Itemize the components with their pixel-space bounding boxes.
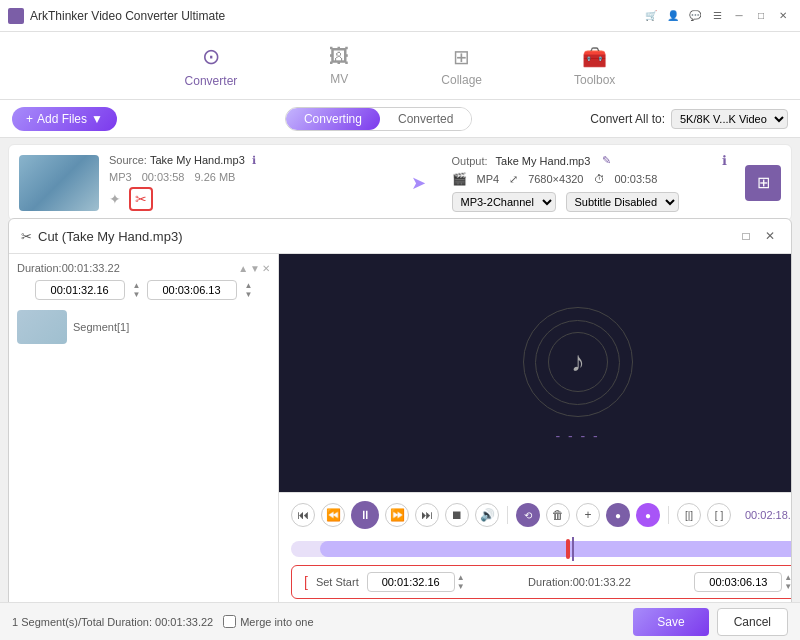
tab-converted[interactable]: Converted [380, 108, 471, 130]
timeline-pointer[interactable] [572, 537, 574, 561]
segment-loop-button[interactable]: ⟲ [516, 503, 540, 527]
skip-start-button[interactable]: ⏮ [291, 503, 315, 527]
nav-bar: ⊙ Converter 🖼 MV ⊞ Collage 🧰 Toolbox [0, 32, 800, 100]
volume-button[interactable]: 🔊 [475, 503, 499, 527]
add-segment-icon-button[interactable]: + [576, 503, 600, 527]
menu-icon[interactable]: ☰ [708, 7, 726, 25]
cancel-button[interactable]: Cancel [717, 608, 788, 636]
cut-body: Duration:00:01:33.22 ▲ ▼ ✕ 00:01:32.16 ▲… [9, 254, 791, 639]
nav-toolbox-label: Toolbox [574, 73, 615, 87]
edit-icon[interactable]: ✎ [602, 154, 611, 167]
seg-end-spin[interactable]: ▲▼ [784, 573, 791, 591]
tools-icon[interactable]: ✦ [109, 191, 121, 207]
output-row-1: Output: Take My Hand.mp3 ✎ ℹ [452, 153, 728, 168]
segment-edit-row: [ Set Start 00:01:32.16 ▲▼ Duration:00:0… [291, 565, 791, 599]
preview-tile-icon[interactable]: ⊞ [745, 165, 781, 201]
segment-start-input[interactable]: 00:01:32.16 [367, 572, 455, 592]
cart-icon[interactable]: 🛒 [642, 7, 660, 25]
timeline-row[interactable] [279, 537, 791, 561]
dialog-maximize-icon[interactable]: □ [737, 227, 755, 245]
nav-converter-label: Converter [185, 74, 238, 88]
stop-button[interactable]: ⏹ [445, 503, 469, 527]
start-time-input[interactable]: 00:01:32.16 [35, 280, 125, 300]
convert-all: Convert All to: 5K/8K V...K Video [590, 109, 788, 129]
save-button[interactable]: Save [633, 608, 708, 636]
video-area: ♪ - - - - [279, 254, 791, 492]
file-size: 9.26 MB [194, 171, 235, 183]
collage-icon: ⊞ [453, 45, 470, 69]
convert-all-select[interactable]: 5K/8K V...K Video [671, 109, 788, 129]
file-info: Source: Take My Hand.mp3 ℹ MP3 00:03:58 … [109, 154, 385, 211]
file-source-label: Source: Take My Hand.mp3 ℹ [109, 154, 385, 167]
file-meta: MP3 00:03:58 9.26 MB [109, 171, 385, 183]
converter-icon: ⊙ [202, 44, 220, 70]
segment-thumbnail [17, 310, 67, 344]
cut-icon-box[interactable]: ✂ [129, 187, 153, 211]
title-bar-left: ArkThinker Video Converter Ultimate [8, 8, 225, 24]
fast-forward-button[interactable]: ⏩ [385, 503, 409, 527]
rewind-button[interactable]: ⏪ [321, 503, 345, 527]
nav-toolbox[interactable]: 🧰 Toolbox [558, 37, 631, 95]
merge-into-one-checkbox[interactable] [223, 615, 236, 628]
toolbar: + Add Files ▼ Converting Converted Conve… [0, 100, 800, 138]
source-text: Source: [109, 154, 147, 166]
bottom-bar: 1 Segment(s)/Total Duration: 00:01:33.22… [0, 602, 800, 640]
add-files-button[interactable]: + Add Files ▼ [12, 107, 117, 131]
collapse-up-icon[interactable]: ▲ [238, 263, 248, 274]
dialog-close-icon[interactable]: ✕ [761, 227, 779, 245]
nav-mv[interactable]: 🖼 MV [313, 37, 365, 94]
file-actions: ✦ ✂ [109, 187, 385, 211]
tab-converting[interactable]: Converting [286, 108, 380, 130]
play-pause-button[interactable]: ⏸ [351, 501, 379, 529]
user-icon[interactable]: 👤 [664, 7, 682, 25]
timeline-handle-left[interactable] [566, 539, 570, 559]
audio-channel-select[interactable]: MP3-2Channel [452, 192, 556, 212]
end-time-input[interactable]: 00:03:06.13 [147, 280, 237, 300]
nav-collage[interactable]: ⊞ Collage [425, 37, 498, 95]
mark-in-button[interactable]: ● [606, 503, 630, 527]
source-name: Take My Hand.mp3 [150, 154, 245, 166]
output-resolution: 7680×4320 [528, 173, 583, 185]
delete-segment-button[interactable]: 🗑 [546, 503, 570, 527]
close-icon[interactable]: ✕ [774, 7, 792, 25]
title-bar: ArkThinker Video Converter Ultimate 🛒 👤 … [0, 0, 800, 32]
nav-converter[interactable]: ⊙ Converter [169, 36, 254, 96]
output-label: Output: [452, 155, 488, 167]
timeline-track[interactable] [291, 541, 791, 557]
app-title: ArkThinker Video Converter Ultimate [30, 9, 225, 23]
zoom-in-button[interactable]: [|] [677, 503, 701, 527]
seg-start-spin[interactable]: ▲▼ [457, 573, 465, 591]
controls-row: ⏮ ⏪ ⏸ ⏩ ⏭ ⏹ 🔊 ⟲ 🗑 + ● ● [|] [ ] 00:02:18… [279, 492, 791, 537]
dropdown-arrow-icon: ▼ [91, 112, 103, 126]
clock-icon: ⏱ [594, 173, 605, 185]
cut-header-right: □ ✕ [737, 227, 779, 245]
minimize-icon[interactable]: ─ [730, 7, 748, 25]
segment-list: Segment[1] [17, 306, 270, 348]
mark-out-button[interactable]: ● [636, 503, 660, 527]
cut-dialog-title: ✂ Cut (Take My Hand.mp3) [21, 229, 183, 244]
collapse-down-icon[interactable]: ▼ [250, 263, 260, 274]
spin-arrows-1[interactable]: ▲▼ [133, 281, 141, 299]
arrow-right-icon: ➤ [411, 172, 426, 194]
subtitle-select[interactable]: Subtitle Disabled [566, 192, 679, 212]
info-icon[interactable]: ℹ [252, 154, 256, 166]
output-format-icon: 🎬 [452, 172, 467, 186]
collapse-close-icon[interactable]: ✕ [262, 263, 270, 274]
merge-into-one-label[interactable]: Merge into one [223, 615, 313, 628]
segment-end-input[interactable]: 00:03:06.13 [694, 572, 782, 592]
cut-dialog: ✂ Cut (Take My Hand.mp3) □ ✕ Duration:00… [8, 218, 792, 640]
nav-mv-label: MV [330, 72, 348, 86]
chat-icon[interactable]: 💬 [686, 7, 704, 25]
output-info-icon[interactable]: ℹ [722, 153, 727, 168]
maximize-icon[interactable]: □ [752, 7, 770, 25]
segment-bracket-left: [ [304, 574, 308, 590]
spin-arrows-2[interactable]: ▲▼ [245, 281, 253, 299]
merge-text: Merge into one [240, 616, 313, 628]
skip-end-button[interactable]: ⏭ [415, 503, 439, 527]
segments-info: 1 Segment(s)/Total Duration: 00:01:33.22 [12, 616, 213, 628]
title-bar-controls: 🛒 👤 💬 ☰ ─ □ ✕ [642, 7, 792, 25]
zoom-fit-button[interactable]: [ ] [707, 503, 731, 527]
music-note-icon: ♪ [571, 346, 585, 378]
output-duration: 00:03:58 [615, 173, 658, 185]
duration-label: Duration:00:01:33.22 [17, 262, 120, 274]
